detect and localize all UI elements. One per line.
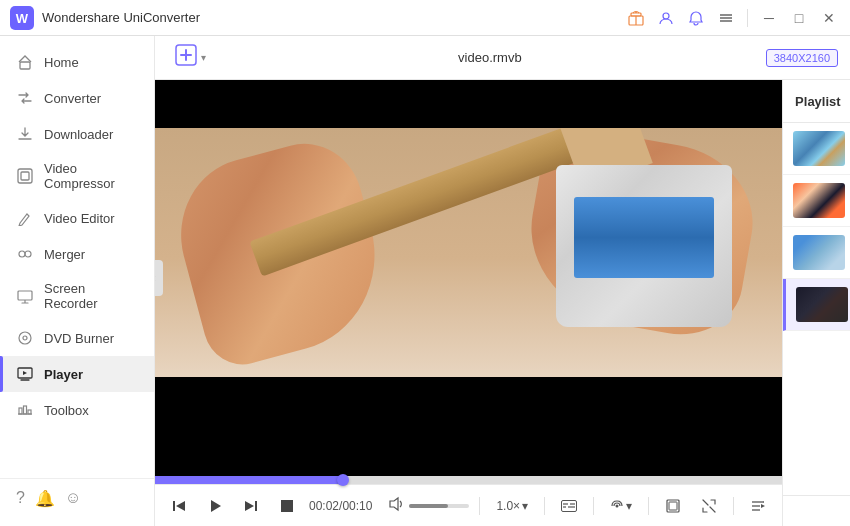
svg-rect-31 — [281, 500, 293, 512]
volume-slider[interactable] — [409, 504, 469, 508]
volume-control — [388, 496, 469, 515]
playback-time: 00:02/00:10 — [309, 499, 372, 513]
screen-recorder-icon — [16, 287, 34, 305]
video-resolution: 3840X2160 — [766, 49, 838, 67]
user-icon[interactable] — [655, 7, 677, 29]
sidebar-item-toolbox[interactable]: Toolbox — [0, 392, 154, 428]
svg-rect-9 — [20, 62, 30, 69]
play-button[interactable] — [201, 492, 229, 520]
fullscreen-button[interactable] — [695, 492, 723, 520]
svg-marker-28 — [211, 500, 221, 512]
titlebar: W Wondershare UniConverter ─ □ ✕ — [0, 0, 850, 36]
svg-rect-10 — [18, 169, 32, 183]
sidebar-item-merger[interactable]: Merger — [0, 236, 154, 272]
svg-point-38 — [616, 504, 619, 507]
svg-point-16 — [23, 336, 27, 340]
add-file-button[interactable]: ▾ — [167, 40, 214, 75]
progress-bar[interactable] — [155, 476, 782, 484]
add-file-icon — [175, 44, 197, 71]
feedback-icon[interactable]: ☺ — [65, 489, 81, 508]
converter-icon — [16, 89, 34, 107]
volume-fill — [409, 504, 448, 508]
gift-icon[interactable] — [625, 7, 647, 29]
add-dropdown-arrow[interactable]: ▾ — [201, 52, 206, 63]
fit-window-button[interactable] — [659, 492, 687, 520]
notification-icon[interactable] — [685, 7, 707, 29]
svg-marker-26 — [176, 501, 185, 511]
svg-point-12 — [19, 251, 25, 257]
svg-rect-14 — [18, 291, 32, 300]
svg-rect-30 — [255, 501, 257, 511]
svg-point-5 — [663, 13, 669, 19]
playlist-collapse-toggle[interactable]: ‹ — [155, 260, 163, 296]
playlist-thumb-4 — [796, 287, 848, 322]
playlist-items: 06_1596083776.d... 00:21 181015_13_Venic… — [783, 123, 850, 495]
video-wrapper: ‹ — [155, 80, 782, 526]
playlist-toggle-button[interactable] — [744, 492, 772, 520]
help-icon[interactable]: ? — [16, 489, 25, 508]
volume-icon[interactable] — [388, 496, 404, 515]
svg-rect-20 — [19, 408, 22, 414]
playlist-item[interactable]: 06_1596083776.d... 00:21 — [783, 123, 850, 175]
next-frame-button[interactable] — [237, 492, 265, 520]
sidebar-item-dvd-burner[interactable]: DVD Burner — [0, 320, 154, 356]
audio-track-dropdown[interactable]: ▾ — [604, 496, 638, 516]
playlist-title: Playlist — [795, 94, 841, 109]
sidebar-label-compressor: Video Compressor — [44, 161, 138, 191]
playlist-item[interactable]: video.ogv 00:16 — [783, 227, 850, 279]
downloader-icon — [16, 125, 34, 143]
speed-dropdown-arrow: ▾ — [522, 499, 528, 513]
sidebar-label-player: Player — [44, 367, 83, 382]
progress-fill — [155, 476, 343, 484]
sidebar-label-home: Home — [44, 55, 79, 70]
svg-point-15 — [19, 332, 31, 344]
sidebar-item-downloader[interactable]: Downloader — [0, 116, 154, 152]
svg-rect-22 — [28, 410, 31, 414]
playlist-item-active[interactable]: video.rmvb 00:10 — [783, 279, 850, 331]
playback-speed-dropdown[interactable]: 1.0× ▾ — [490, 496, 534, 516]
toolbox-icon — [16, 401, 34, 419]
svg-rect-27 — [173, 501, 175, 511]
sidebar-item-video-compressor[interactable]: Video Compressor — [0, 152, 154, 200]
playlist-footer: 4 item(s) — [783, 495, 850, 526]
svg-point-13 — [25, 251, 31, 257]
sidebar-item-screen-recorder[interactable]: Screen Recorder — [0, 272, 154, 320]
sidebar-label-merger: Merger — [44, 247, 85, 262]
total-time: 00:10 — [342, 499, 372, 513]
sidebar-label-editor: Video Editor — [44, 211, 115, 226]
svg-rect-21 — [24, 406, 27, 414]
sidebar-item-player[interactable]: Player — [0, 356, 154, 392]
notifications-icon[interactable]: 🔔 — [35, 489, 55, 508]
progress-thumb — [337, 474, 349, 486]
sidebar-item-converter[interactable]: Converter — [0, 80, 154, 116]
svg-marker-44 — [761, 504, 765, 508]
sidebar-label-screen-recorder: Screen Recorder — [44, 281, 138, 311]
captions-button[interactable] — [555, 492, 583, 520]
stop-button[interactable] — [273, 492, 301, 520]
minimize-button[interactable]: ─ — [758, 7, 780, 29]
sidebar-item-home[interactable]: Home — [0, 44, 154, 80]
home-icon — [16, 53, 34, 71]
video-display[interactable]: ‹ — [155, 80, 782, 476]
svg-text:W: W — [16, 11, 29, 26]
app-logo: W — [10, 6, 34, 30]
playlist-header: Playlist — [783, 80, 850, 123]
playlist-thumb-1 — [793, 131, 845, 166]
player-container: ‹ — [155, 80, 850, 526]
sidebar-bottom: ? 🔔 ☺ — [0, 478, 154, 518]
close-button[interactable]: ✕ — [818, 7, 840, 29]
player-toolbar: ▾ video.rmvb 3840X2160 — [155, 36, 850, 80]
player-icon — [16, 365, 34, 383]
main-layout: Home Converter Downloader Video Compress… — [0, 36, 850, 526]
svg-marker-32 — [390, 498, 398, 510]
audio-dropdown-arrow: ▾ — [626, 499, 632, 513]
menu-icon[interactable] — [715, 7, 737, 29]
svg-marker-18 — [23, 371, 27, 375]
sidebar-label-downloader: Downloader — [44, 127, 113, 142]
toothpaste-tube — [556, 165, 732, 327]
prev-frame-button[interactable] — [165, 492, 193, 520]
video-scene-inner — [155, 128, 782, 377]
maximize-button[interactable]: □ — [788, 7, 810, 29]
sidebar-item-video-editor[interactable]: Video Editor — [0, 200, 154, 236]
playlist-item[interactable]: 181015_13_Venic... 00:31 — [783, 175, 850, 227]
